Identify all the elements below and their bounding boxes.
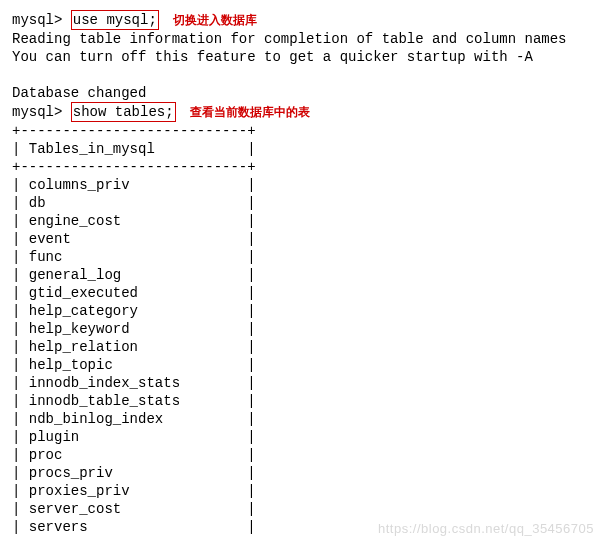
table-header: | Tables_in_mysql | xyxy=(12,140,588,158)
blank-line xyxy=(12,66,588,84)
table-row: | columns_priv | xyxy=(12,176,588,194)
table-row: | procs_priv | xyxy=(12,464,588,482)
annotation-2: 查看当前数据库中的表 xyxy=(190,105,310,119)
table-row: | innodb_index_stats | xyxy=(12,374,588,392)
cmd-use-mysql: use mysql; xyxy=(71,10,159,30)
table-row: | plugin | xyxy=(12,428,588,446)
table-row: | help_keyword | xyxy=(12,320,588,338)
reading-line-1: Reading table information for completion… xyxy=(12,30,588,48)
table-row: | func | xyxy=(12,248,588,266)
table-row: | help_category | xyxy=(12,302,588,320)
prompt: mysql> xyxy=(12,104,71,120)
table-divider-top: +---------------------------+ xyxy=(12,122,588,140)
table-row: | help_topic | xyxy=(12,356,588,374)
cmd-line-2: mysql> show tables;查看当前数据库中的表 xyxy=(12,102,588,122)
table-row: | engine_cost | xyxy=(12,212,588,230)
table-row: | help_relation | xyxy=(12,338,588,356)
table-row: | ndb_binlog_index | xyxy=(12,410,588,428)
table-row: | db | xyxy=(12,194,588,212)
table-row: | proc | xyxy=(12,446,588,464)
table-row: | general_log | xyxy=(12,266,588,284)
cmd-line-1: mysql> use mysql;切换进入数据库 xyxy=(12,10,588,30)
table-row: | innodb_table_stats | xyxy=(12,392,588,410)
prompt: mysql> xyxy=(12,12,71,28)
terminal-output: mysql> use mysql;切换进入数据库 Reading table i… xyxy=(12,10,588,536)
table-rows-container: | columns_priv || db || engine_cost || e… xyxy=(12,176,588,536)
reading-line-2: You can turn off this feature to get a q… xyxy=(12,48,588,66)
table-row: | proxies_priv | xyxy=(12,482,588,500)
table-row: | event | xyxy=(12,230,588,248)
table-row: | gtid_executed | xyxy=(12,284,588,302)
db-changed-line: Database changed xyxy=(12,84,588,102)
annotation-1: 切换进入数据库 xyxy=(173,13,257,27)
watermark: https://blog.csdn.net/qq_35456705 xyxy=(378,520,594,538)
table-row: | server_cost | xyxy=(12,500,588,518)
table-divider-mid: +---------------------------+ xyxy=(12,158,588,176)
cmd-show-tables: show tables; xyxy=(71,102,176,122)
